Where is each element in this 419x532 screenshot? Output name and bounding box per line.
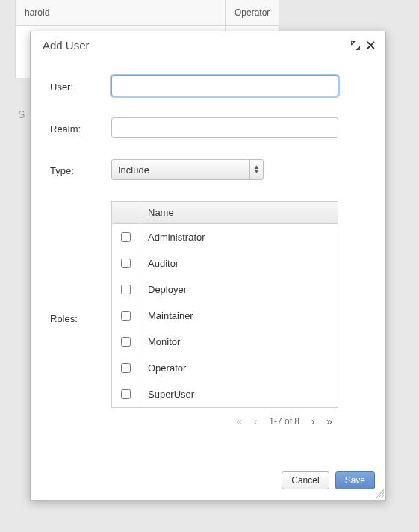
role-name: Monitor [140, 336, 180, 347]
role-name: Operator [140, 362, 186, 374]
bg-user-cell: harold [16, 0, 226, 26]
chevron-updown-icon: ▲▼ [249, 160, 263, 179]
type-select-value: Include [112, 164, 249, 176]
modal-titlebar: Add User [31, 31, 385, 59]
pager-next-icon[interactable]: › [307, 415, 319, 427]
realm-input[interactable] [111, 117, 338, 138]
role-checkbox[interactable] [121, 389, 131, 399]
table-row: Operator [112, 355, 338, 381]
role-name: Administrator [140, 232, 205, 243]
table-row: harold Operator [16, 0, 279, 26]
realm-label: Realm: [50, 122, 111, 134]
roles-pager: « ‹ 1-7 of 8 › » [111, 408, 338, 427]
role-name: Deployer [140, 284, 187, 295]
resize-handle-icon[interactable] [375, 489, 384, 498]
table-row: Monitor [112, 329, 338, 355]
roles-header-check-col [112, 202, 140, 223]
role-checkbox[interactable] [121, 259, 131, 268]
user-input[interactable] [111, 75, 338, 96]
role-checkbox[interactable] [121, 232, 131, 242]
role-checkbox[interactable] [121, 311, 131, 321]
table-row: Deployer [112, 276, 338, 303]
roles-table-header: Name [112, 202, 338, 224]
role-name: Auditor [140, 258, 179, 269]
cancel-button[interactable]: Cancel [282, 471, 329, 489]
modal-title: Add User [43, 39, 347, 52]
pager-last-icon[interactable]: » [323, 415, 335, 427]
bg-sidebar-letter: S [18, 108, 25, 120]
table-row: SuperUser [112, 381, 338, 407]
pager-first-icon[interactable]: « [233, 415, 245, 427]
bg-role-cell: Operator [226, 0, 279, 26]
role-checkbox[interactable] [121, 285, 131, 294]
table-row: Administrator [112, 224, 338, 250]
save-button[interactable]: Save [335, 471, 375, 489]
type-select[interactable]: Include ▲▼ [111, 159, 264, 180]
type-label: Type: [50, 164, 111, 176]
add-user-modal: Add User User: Realm: Type: Include [30, 31, 386, 501]
role-checkbox[interactable] [121, 363, 131, 373]
pager-prev-icon[interactable]: ‹ [249, 415, 261, 427]
roles-table: Name AdministratorAuditorDeployerMaintai… [111, 201, 338, 408]
roles-header-name: Name [140, 207, 174, 218]
role-checkbox[interactable] [121, 337, 131, 347]
role-name: Maintainer [140, 310, 193, 321]
pager-label: 1-7 of 8 [269, 416, 299, 427]
close-icon[interactable] [364, 40, 376, 52]
user-label: User: [50, 80, 111, 93]
table-row: Maintainer [112, 303, 338, 329]
roles-label: Roles: [50, 201, 111, 324]
table-row: Auditor [112, 250, 338, 276]
role-name: SuperUser [140, 389, 194, 400]
maximize-icon[interactable] [350, 40, 361, 52]
